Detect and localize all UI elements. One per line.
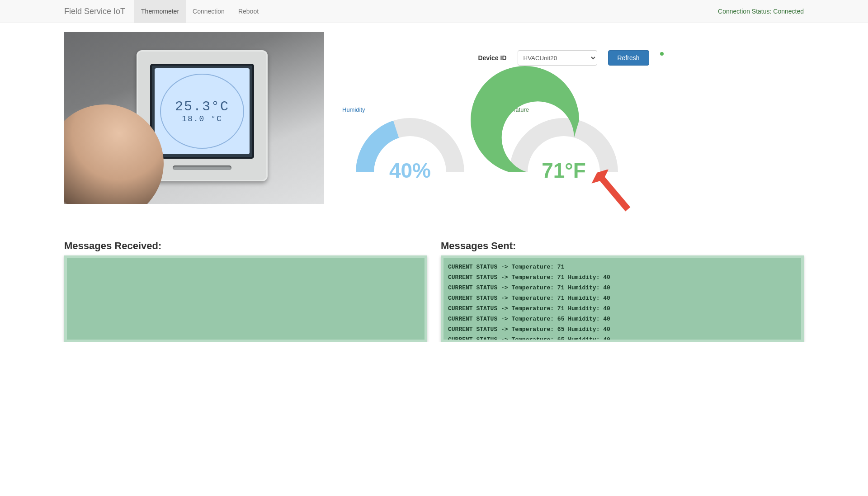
message-line: CURRENT STATUS -> Temperature: 71 Humidi… — [448, 303, 797, 314]
messages-sent-box: CURRENT STATUS -> Temperature: 71CURRENT… — [441, 255, 804, 342]
refresh-button[interactable]: Refresh — [608, 50, 649, 66]
device-status-dot-icon — [660, 52, 664, 56]
message-line: CURRENT STATUS -> Temperature: 65 Humidi… — [448, 324, 797, 335]
message-line: CURRENT STATUS -> Temperature: 71 Humidi… — [448, 283, 797, 293]
connection-status-label: Connection Status: — [718, 8, 773, 15]
messages-sent-title: Messages Sent: — [441, 240, 804, 252]
message-line: CURRENT STATUS -> Temperature: 71 Humidi… — [448, 293, 797, 303]
humidity-gauge-value: 40% — [354, 158, 467, 183]
nav-tab-reboot[interactable]: Reboot — [231, 0, 265, 23]
messages-received-list[interactable] — [67, 258, 425, 340]
device-id-select[interactable]: HVACUnit20 — [518, 50, 597, 66]
navbar: Field Service IoT Thermometer Connection… — [0, 0, 868, 23]
brand-title: Field Service IoT — [0, 0, 134, 23]
humidity-gauge-title: Humidity — [342, 106, 478, 113]
humidity-gauge: 40% — [354, 116, 467, 175]
nav-tab-connection[interactable]: Connection — [186, 0, 231, 23]
messages-received-box — [64, 255, 427, 342]
message-line: CURRENT STATUS -> Temperature: 65 Humidi… — [448, 335, 797, 340]
message-line: CURRENT STATUS -> Temperature: 71 Humidi… — [448, 272, 797, 283]
messages-sent-list[interactable]: CURRENT STATUS -> Temperature: 71CURRENT… — [443, 258, 801, 340]
thermostat-image: 25.3°C 18.0 °C — [64, 32, 324, 204]
messages-received-title: Messages Received: — [64, 240, 427, 252]
connection-status-value: Connected — [773, 8, 804, 15]
device-id-label: Device ID — [478, 54, 506, 61]
temperature-gauge: 71°F — [507, 116, 620, 175]
connection-status: Connection Status: Connected — [711, 0, 868, 23]
nav-tab-thermometer[interactable]: Thermometer — [134, 0, 186, 23]
message-line: CURRENT STATUS -> Temperature: 65 Humidi… — [448, 314, 797, 324]
temperature-gauge-value: 71°F — [507, 158, 620, 183]
message-line: CURRENT STATUS -> Temperature: 71 — [448, 262, 797, 272]
